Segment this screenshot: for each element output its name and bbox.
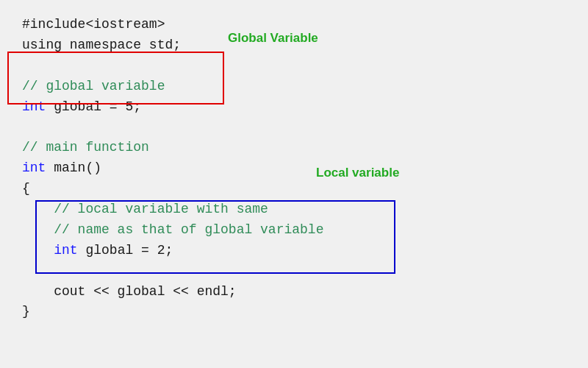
global-variable-label: Global Variable bbox=[228, 31, 318, 46]
include-text: #include<iostream> bbox=[22, 17, 165, 32]
code-line-7: // main function bbox=[22, 138, 566, 158]
global-var-1: global = 5; bbox=[46, 99, 141, 114]
main-func: main() bbox=[46, 160, 101, 175]
code-line-12: int global = 2; bbox=[22, 241, 566, 261]
code-line-8: int main() bbox=[22, 158, 566, 179]
kw-int-3: int bbox=[54, 243, 77, 258]
using-text: using namespace std; bbox=[22, 38, 181, 52]
code-line-14: cout << global << endl; bbox=[22, 282, 566, 302]
global-var-2: global = 2; bbox=[78, 243, 173, 258]
code-line-5: int global = 5; bbox=[22, 97, 566, 118]
code-line-9: { bbox=[22, 179, 566, 199]
local-variable-label: Local variable bbox=[316, 166, 399, 180]
code-line-15: } bbox=[22, 302, 566, 322]
kw-int-1: int bbox=[22, 99, 46, 114]
code-line-4: // global variable bbox=[22, 77, 566, 97]
code-line-10: // local variable with same bbox=[22, 199, 566, 220]
code-line-3 bbox=[22, 56, 566, 77]
kw-int-2: int bbox=[22, 160, 46, 175]
code-line-11: // name as that of global variable bbox=[22, 220, 566, 241]
code-container: #include<iostream> using namespace std; … bbox=[0, 0, 588, 368]
code-line-6 bbox=[22, 117, 566, 138]
code-line-13 bbox=[22, 261, 566, 282]
